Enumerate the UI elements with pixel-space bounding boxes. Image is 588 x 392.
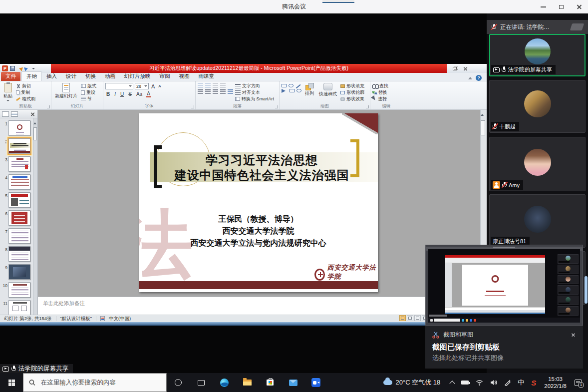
start-button[interactable]: [0, 373, 23, 392]
tab-transitions[interactable]: 切换: [81, 72, 100, 81]
tab-slideshow[interactable]: 幻灯片放映: [120, 72, 155, 81]
slide-sorter-view-button[interactable]: [407, 315, 413, 321]
paste-button[interactable]: 粘贴: [2, 83, 14, 101]
sogou-ime-icon[interactable]: S: [528, 373, 540, 392]
shape-line-icon[interactable]: [296, 84, 300, 88]
meeting-toolbar-tab[interactable]: [322, 0, 354, 3]
columns-icon[interactable]: [228, 89, 233, 94]
screenshot-preview-window[interactable]: [425, 245, 583, 326]
slide-thumbnail-2-selected[interactable]: 2: [1, 138, 33, 154]
status-language[interactable]: 中文(中国): [109, 316, 131, 322]
outline-tab-icon[interactable]: [11, 111, 18, 117]
font-dialog-launcher-icon[interactable]: [191, 105, 194, 108]
align-left-icon[interactable]: [198, 89, 203, 94]
replace-button[interactable]: 替换: [372, 89, 387, 95]
volume-control[interactable]: [487, 373, 501, 392]
select-button[interactable]: 选择: [372, 96, 387, 102]
slide-thumbnail-10[interactable]: 10: [1, 282, 33, 298]
reading-view-button[interactable]: [414, 315, 421, 321]
sidebar-scrollbar-thumb[interactable]: [585, 276, 588, 304]
shape-box-icon[interactable]: [290, 89, 294, 92]
slide-thumbnail-8[interactable]: 8: [1, 246, 33, 262]
find-button[interactable]: 查找: [372, 83, 388, 89]
participant-tile[interactable]: Amy: [489, 137, 586, 191]
drawing-dialog-launcher-icon[interactable]: [366, 105, 369, 108]
maximize-button[interactable]: [552, 0, 570, 13]
paragraph-dialog-launcher-icon[interactable]: [275, 105, 278, 108]
align-text-button[interactable]: 对齐文本: [235, 89, 274, 95]
quick-styles-button[interactable]: 快速样式: [317, 83, 338, 97]
shape-outline-button[interactable]: 形状轮廓: [340, 89, 364, 95]
qat-dropdown-icon[interactable]: [32, 68, 35, 69]
bold-button[interactable]: B: [105, 91, 111, 97]
save-icon[interactable]: [10, 66, 15, 71]
notification-subtitle[interactable]: 选择此处标记并共享图像: [425, 352, 583, 363]
edge-button[interactable]: [213, 373, 236, 392]
tab-animations[interactable]: 动画: [100, 72, 120, 81]
format-painter-button[interactable]: 格式刷: [16, 96, 35, 102]
shape-rectangle-icon[interactable]: [282, 84, 287, 87]
shape-arrow-icon[interactable]: [282, 89, 288, 93]
slide-thumbnail-7[interactable]: 7: [1, 228, 33, 244]
network-status[interactable]: [472, 373, 487, 392]
convert-smartart-button[interactable]: 转换为 SmartArt: [235, 96, 274, 102]
tab-view[interactable]: 视图: [175, 72, 194, 81]
taskbar-search[interactable]: [23, 373, 167, 392]
font-size-select[interactable]: 28: [135, 83, 149, 89]
justify-icon[interactable]: [220, 89, 226, 94]
slides-tab-icon[interactable]: [2, 111, 9, 117]
slide-thumbnail-11[interactable]: 11: [1, 300, 33, 315]
notification-toast[interactable]: 截图和草图 截图已保存到剪贴板 选择此处标记并共享图像: [425, 326, 583, 369]
arrange-button[interactable]: 排列: [303, 83, 315, 97]
slide[interactable]: 学习习近平法治思想 建设中国特色社会主义法治强国 法 王保民（教授、博导） 西安…: [139, 113, 378, 292]
tab-file[interactable]: 文件: [1, 72, 20, 81]
action-center-button[interactable]: 1: [571, 373, 588, 392]
task-view-button[interactable]: [190, 373, 213, 392]
shape-fill-button[interactable]: 形状填充: [340, 83, 364, 89]
redo-icon[interactable]: [24, 65, 30, 71]
ink-workspace-button[interactable]: [501, 373, 514, 392]
tab-rain-classroom[interactable]: 雨课堂: [194, 72, 219, 81]
numbering-icon[interactable]: [205, 83, 211, 87]
panel-close-icon[interactable]: [30, 112, 35, 116]
tab-insert[interactable]: 插入: [42, 72, 61, 81]
meeting-app-button[interactable]: [304, 373, 327, 392]
tray-expand-button[interactable]: [447, 373, 458, 392]
participant-tile[interactable]: 十鹏起: [489, 80, 586, 133]
shape-oval-icon[interactable]: [296, 89, 301, 92]
tab-review[interactable]: 审阅: [155, 72, 175, 81]
shrink-font-button[interactable]: A: [157, 84, 162, 88]
text-direction-button[interactable]: 文字方向: [235, 83, 274, 89]
cortana-button[interactable]: [167, 373, 190, 392]
font-name-select[interactable]: [105, 83, 133, 89]
store-button[interactable]: [259, 373, 282, 392]
slide-thumbnail-3[interactable]: 3: [1, 156, 33, 172]
align-right-icon[interactable]: [213, 89, 218, 94]
undo-icon[interactable]: [16, 65, 23, 71]
change-case-button[interactable]: Aa: [135, 91, 143, 97]
underline-button[interactable]: U: [119, 91, 125, 97]
normal-view-button[interactable]: [399, 315, 406, 321]
layout-button[interactable]: 版式: [81, 83, 96, 89]
ppt-close-icon[interactable]: [463, 66, 468, 71]
help-icon[interactable]: ?: [476, 75, 482, 81]
spell-check-icon[interactable]: [100, 316, 105, 321]
battery-status[interactable]: [458, 373, 472, 392]
search-input[interactable]: [40, 379, 161, 387]
slide-thumbnail-4[interactable]: 4: [1, 174, 33, 190]
notes-pane[interactable]: 单击此处添加备注: [38, 297, 480, 315]
slide-thumbnail-5[interactable]: 5: [1, 192, 33, 208]
close-button[interactable]: [570, 0, 588, 13]
font-color-button[interactable]: A: [146, 91, 151, 97]
slide-thumbnail-1[interactable]: 1: [1, 120, 33, 136]
ppt-restore-icon[interactable]: [453, 67, 457, 70]
slide-canvas[interactable]: 学习习近平法治思想 建设中国特色社会主义法治强国 法 王保民（教授、博导） 西安…: [38, 110, 480, 297]
participant-tile-sharer[interactable]: 法学院的屏幕共享: [489, 34, 586, 76]
shape-ellipse-icon[interactable]: [289, 84, 294, 87]
taskbar-clock[interactable]: 15:03 2022/1/8: [540, 376, 571, 390]
thumbnail-scrollbar[interactable]: [33, 118, 37, 315]
mail-button[interactable]: [282, 373, 304, 392]
bullets-icon[interactable]: [198, 83, 203, 87]
section-button[interactable]: 节: [81, 96, 96, 102]
strikethrough-button[interactable]: S: [127, 91, 133, 97]
